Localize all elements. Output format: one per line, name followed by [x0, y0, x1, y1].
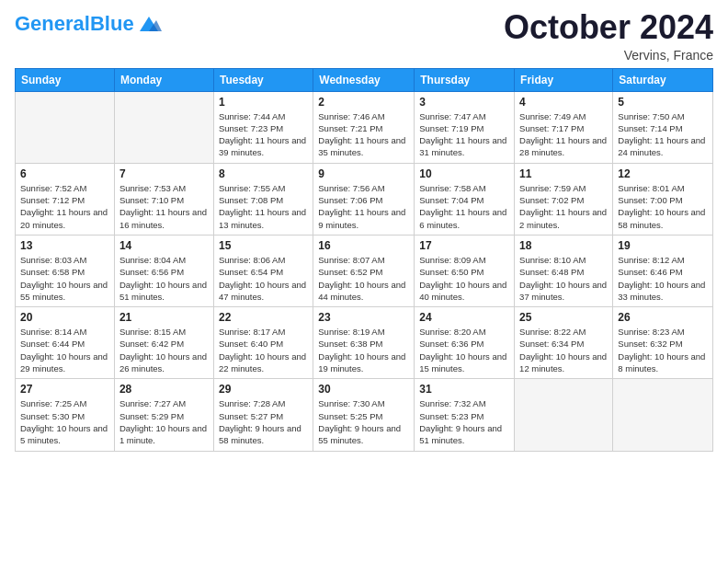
day-info: Sunrise: 7:50 AMSunset: 7:14 PMDaylight:… — [618, 110, 708, 159]
day-number: 14 — [119, 239, 209, 252]
day-number: 16 — [318, 239, 409, 252]
calendar-cell: 12Sunrise: 8:01 AMSunset: 7:00 PMDayligh… — [613, 163, 713, 235]
day-info: Sunrise: 7:56 AMSunset: 7:06 PMDaylight:… — [318, 182, 409, 231]
calendar-cell — [515, 379, 613, 451]
day-info: Sunrise: 8:22 AMSunset: 6:34 PMDaylight:… — [519, 326, 608, 374]
calendar-cell: 2Sunrise: 7:46 AMSunset: 7:21 PMDaylight… — [313, 91, 415, 163]
day-info: Sunrise: 7:52 AMSunset: 7:12 PMDaylight:… — [20, 182, 109, 231]
calendar-weekday: Saturday — [613, 68, 713, 91]
day-number: 22 — [219, 311, 308, 324]
day-info: Sunrise: 8:09 AMSunset: 6:50 PMDaylight:… — [419, 254, 509, 303]
header: GeneralBlue October 2024 Vervins, France — [15, 9, 713, 63]
day-info: Sunrise: 7:32 AMSunset: 5:23 PMDaylight:… — [419, 397, 509, 446]
calendar-week-row: 27Sunrise: 7:25 AMSunset: 5:30 PMDayligh… — [16, 379, 713, 451]
location: Vervins, France — [504, 48, 713, 63]
day-info: Sunrise: 8:17 AMSunset: 6:40 PMDaylight:… — [219, 326, 308, 374]
day-number: 20 — [20, 311, 109, 324]
day-number: 17 — [419, 239, 509, 252]
day-number: 11 — [519, 167, 608, 180]
day-info: Sunrise: 7:55 AMSunset: 7:08 PMDaylight:… — [219, 182, 308, 231]
day-number: 28 — [119, 383, 209, 396]
day-number: 18 — [519, 239, 608, 252]
day-number: 30 — [318, 383, 409, 396]
day-number: 15 — [219, 239, 308, 252]
calendar-cell: 21Sunrise: 8:15 AMSunset: 6:42 PMDayligh… — [114, 307, 213, 379]
calendar-cell — [114, 91, 213, 163]
day-number: 6 — [20, 167, 109, 180]
page: GeneralBlue October 2024 Vervins, France… — [0, 0, 728, 563]
logo-text: GeneralBlue — [15, 14, 134, 34]
calendar-cell: 20Sunrise: 8:14 AMSunset: 6:44 PMDayligh… — [16, 307, 115, 379]
day-info: Sunrise: 8:10 AMSunset: 6:48 PMDaylight:… — [519, 254, 608, 303]
day-info: Sunrise: 7:46 AMSunset: 7:21 PMDaylight:… — [318, 110, 409, 159]
calendar-weekday: Thursday — [415, 68, 515, 91]
calendar-week-row: 20Sunrise: 8:14 AMSunset: 6:44 PMDayligh… — [16, 307, 713, 379]
calendar-cell: 17Sunrise: 8:09 AMSunset: 6:50 PMDayligh… — [415, 235, 515, 306]
calendar-cell: 14Sunrise: 8:04 AMSunset: 6:56 PMDayligh… — [114, 235, 213, 306]
calendar-cell: 22Sunrise: 8:17 AMSunset: 6:40 PMDayligh… — [213, 307, 313, 379]
calendar-header-row: SundayMondayTuesdayWednesdayThursdayFrid… — [16, 68, 713, 91]
calendar-cell: 16Sunrise: 8:07 AMSunset: 6:52 PMDayligh… — [313, 235, 415, 306]
calendar-weekday: Monday — [114, 68, 213, 91]
day-info: Sunrise: 8:12 AMSunset: 6:46 PMDaylight:… — [618, 254, 708, 303]
day-info: Sunrise: 7:27 AMSunset: 5:29 PMDaylight:… — [119, 397, 209, 446]
calendar-cell: 18Sunrise: 8:10 AMSunset: 6:48 PMDayligh… — [515, 235, 613, 306]
month-title: October 2024 — [504, 9, 713, 46]
day-number: 19 — [618, 239, 708, 252]
calendar-cell: 13Sunrise: 8:03 AMSunset: 6:58 PMDayligh… — [16, 235, 115, 306]
day-number: 3 — [419, 96, 509, 109]
calendar-cell: 6Sunrise: 7:52 AMSunset: 7:12 PMDaylight… — [16, 163, 115, 235]
calendar-cell: 29Sunrise: 7:28 AMSunset: 5:27 PMDayligh… — [213, 379, 313, 451]
calendar-cell — [613, 379, 713, 451]
day-info: Sunrise: 7:49 AMSunset: 7:17 PMDaylight:… — [519, 110, 608, 159]
day-info: Sunrise: 8:20 AMSunset: 6:36 PMDaylight:… — [419, 326, 509, 374]
calendar-weekday: Sunday — [16, 68, 115, 91]
calendar-cell: 10Sunrise: 7:58 AMSunset: 7:04 PMDayligh… — [415, 163, 515, 235]
day-info: Sunrise: 7:59 AMSunset: 7:02 PMDaylight:… — [519, 182, 608, 231]
calendar-cell: 7Sunrise: 7:53 AMSunset: 7:10 PMDaylight… — [114, 163, 213, 235]
day-info: Sunrise: 7:25 AMSunset: 5:30 PMDaylight:… — [20, 397, 109, 446]
calendar-weekday: Tuesday — [213, 68, 313, 91]
calendar-cell: 15Sunrise: 8:06 AMSunset: 6:54 PMDayligh… — [213, 235, 313, 306]
day-number: 27 — [20, 383, 109, 396]
day-info: Sunrise: 8:23 AMSunset: 6:32 PMDaylight:… — [618, 326, 708, 374]
day-number: 1 — [219, 96, 308, 109]
day-number: 23 — [318, 311, 409, 324]
day-number: 7 — [119, 167, 209, 180]
day-number: 12 — [618, 167, 708, 180]
calendar-week-row: 6Sunrise: 7:52 AMSunset: 7:12 PMDaylight… — [16, 163, 713, 235]
day-number: 31 — [419, 383, 509, 396]
calendar-table: SundayMondayTuesdayWednesdayThursdayFrid… — [15, 68, 713, 452]
day-number: 10 — [419, 167, 509, 180]
day-info: Sunrise: 8:06 AMSunset: 6:54 PMDaylight:… — [219, 254, 308, 303]
calendar-cell: 25Sunrise: 8:22 AMSunset: 6:34 PMDayligh… — [515, 307, 613, 379]
day-number: 8 — [219, 167, 308, 180]
calendar-week-row: 1Sunrise: 7:44 AMSunset: 7:23 PMDaylight… — [16, 91, 713, 163]
day-info: Sunrise: 8:01 AMSunset: 7:00 PMDaylight:… — [618, 182, 708, 231]
calendar-cell: 24Sunrise: 8:20 AMSunset: 6:36 PMDayligh… — [415, 307, 515, 379]
day-number: 5 — [618, 96, 708, 109]
calendar-cell: 1Sunrise: 7:44 AMSunset: 7:23 PMDaylight… — [213, 91, 313, 163]
logo-blue: Blue — [90, 12, 134, 35]
calendar-week-row: 13Sunrise: 8:03 AMSunset: 6:58 PMDayligh… — [16, 235, 713, 306]
calendar-cell — [16, 91, 115, 163]
day-info: Sunrise: 8:07 AMSunset: 6:52 PMDaylight:… — [318, 254, 409, 303]
day-info: Sunrise: 8:15 AMSunset: 6:42 PMDaylight:… — [119, 326, 209, 374]
day-info: Sunrise: 7:30 AMSunset: 5:25 PMDaylight:… — [318, 397, 409, 446]
day-number: 4 — [519, 96, 608, 109]
calendar-cell: 11Sunrise: 7:59 AMSunset: 7:02 PMDayligh… — [515, 163, 613, 235]
day-info: Sunrise: 8:04 AMSunset: 6:56 PMDaylight:… — [119, 254, 209, 303]
calendar-cell: 26Sunrise: 8:23 AMSunset: 6:32 PMDayligh… — [613, 307, 713, 379]
day-info: Sunrise: 7:53 AMSunset: 7:10 PMDaylight:… — [119, 182, 209, 231]
day-info: Sunrise: 8:19 AMSunset: 6:38 PMDaylight:… — [318, 326, 409, 374]
day-number: 21 — [119, 311, 209, 324]
day-info: Sunrise: 8:03 AMSunset: 6:58 PMDaylight:… — [20, 254, 109, 303]
title-area: October 2024 Vervins, France — [504, 9, 713, 63]
day-number: 29 — [219, 383, 308, 396]
day-number: 13 — [20, 239, 109, 252]
calendar-cell: 30Sunrise: 7:30 AMSunset: 5:25 PMDayligh… — [313, 379, 415, 451]
calendar-cell: 28Sunrise: 7:27 AMSunset: 5:29 PMDayligh… — [114, 379, 213, 451]
calendar-cell: 31Sunrise: 7:32 AMSunset: 5:23 PMDayligh… — [415, 379, 515, 451]
calendar-cell: 27Sunrise: 7:25 AMSunset: 5:30 PMDayligh… — [16, 379, 115, 451]
calendar-weekday: Friday — [515, 68, 613, 91]
